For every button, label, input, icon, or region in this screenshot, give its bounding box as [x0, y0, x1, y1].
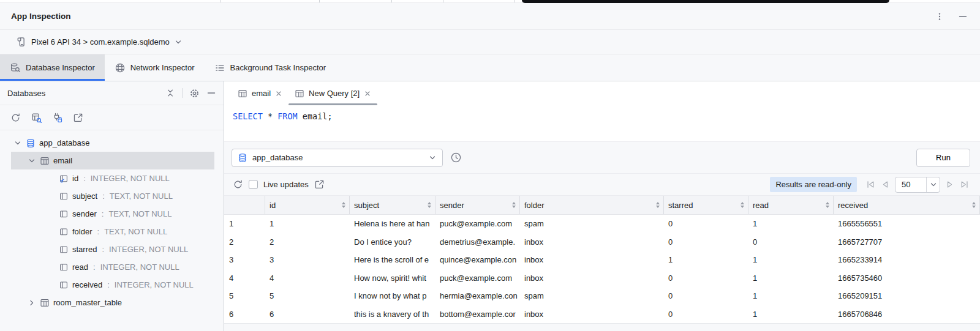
table-row[interactable]: 1 1 Helena is here at han puck@example.c…	[224, 215, 980, 233]
cell-folder[interactable]: inbox	[520, 310, 664, 319]
cell-read[interactable]: 1	[748, 255, 834, 264]
column-header-starred[interactable]: starred	[664, 196, 748, 214]
cell-folder[interactable]: inbox	[520, 255, 664, 264]
sort-icon[interactable]	[428, 202, 431, 208]
cell-starred[interactable]: 0	[664, 310, 748, 319]
cell-sender[interactable]: bottom@example.cor	[435, 310, 520, 319]
column-header-read[interactable]: read	[748, 196, 834, 214]
live-updates-checkbox[interactable]	[249, 180, 258, 189]
device-process-selector[interactable]: Pixel 6 API 34 > com.example.sqldemo	[0, 30, 980, 54]
last-page-icon[interactable]	[959, 179, 970, 190]
cell-starred[interactable]: 1	[664, 255, 748, 264]
refresh-icon[interactable]	[233, 179, 243, 190]
column-header-received[interactable]: received	[834, 196, 980, 214]
cell-read[interactable]: 1	[748, 273, 834, 283]
tree-node-email-table[interactable]: email	[11, 152, 214, 169]
cell-received[interactable]: 1665727707	[834, 237, 980, 247]
cell-id[interactable]: 5	[265, 291, 350, 300]
cell-subject[interactable]: Do I entice you?	[350, 237, 435, 247]
cell-sender[interactable]: puck@example.com	[435, 273, 520, 283]
tab-background-task-inspector[interactable]: Background Task Inspector	[205, 54, 336, 81]
cell-subject[interactable]: How now, spirit! whit	[350, 273, 435, 283]
table-row[interactable]: 4 4 How now, spirit! whit puck@example.c…	[224, 269, 980, 288]
cell-starred[interactable]: 0	[664, 273, 748, 283]
cell-read[interactable]: 0	[748, 237, 834, 247]
database-selector-dropdown[interactable]: app_database	[232, 149, 443, 167]
sort-icon[interactable]	[656, 202, 660, 208]
sort-icon[interactable]	[342, 202, 345, 208]
cell-received[interactable]: 1665209151	[834, 291, 980, 300]
chevron-right-icon[interactable]	[28, 299, 36, 307]
sort-icon[interactable]	[826, 202, 829, 208]
cell-sender[interactable]: hermia@example.con	[435, 291, 520, 300]
cell-id[interactable]: 1	[265, 219, 350, 228]
table-row[interactable]: 2 2 Do I entice you? demetrius@example. …	[224, 233, 980, 251]
sort-icon[interactable]	[512, 202, 516, 208]
tab-network-inspector[interactable]: Network Inspector	[105, 54, 205, 81]
cell-read[interactable]: 1	[748, 310, 834, 319]
first-page-icon[interactable]	[865, 179, 876, 190]
tree-node-room-master-table[interactable]: room_master_table	[0, 294, 224, 311]
cell-id[interactable]: 6	[265, 310, 350, 319]
tab-email-table[interactable]: email	[232, 81, 288, 105]
tree-node-column[interactable]: id : INTEGER, NOT NULL	[0, 169, 224, 187]
keep-connection-lock-icon[interactable]	[52, 113, 62, 123]
tree-node-column[interactable]: folder : TEXT, NOT NULL	[0, 223, 224, 240]
next-page-icon[interactable]	[944, 179, 955, 190]
cell-received[interactable]: 1665233914	[834, 255, 980, 264]
cell-folder[interactable]: spam	[520, 219, 664, 228]
cell-sender[interactable]: demetrius@example.	[435, 237, 520, 247]
column-header-subject[interactable]: subject	[350, 196, 435, 214]
gear-icon[interactable]	[189, 88, 200, 99]
cell-id[interactable]: 2	[265, 237, 350, 247]
table-row[interactable]: 5 5 I know not by what p hermia@example.…	[224, 287, 980, 305]
refresh-icon[interactable]	[10, 113, 21, 123]
cell-folder[interactable]: spam	[520, 291, 664, 300]
column-header-folder[interactable]: folder	[520, 196, 664, 214]
chevron-down-icon[interactable]	[28, 157, 36, 165]
cell-subject[interactable]: I know not by what p	[350, 291, 435, 300]
collapse-all-icon[interactable]	[165, 88, 175, 98]
tree-node-app-database[interactable]: app_database	[0, 134, 224, 152]
cell-received[interactable]: 1665735460	[834, 273, 980, 283]
sort-icon[interactable]	[972, 202, 976, 208]
table-search-icon[interactable]	[31, 113, 42, 123]
chevron-down-icon[interactable]	[13, 139, 22, 147]
cell-starred[interactable]: 0	[664, 219, 748, 228]
hide-panel-icon[interactable]	[206, 88, 216, 98]
table-row[interactable]: 6 6 this is a knavery of th bottom@examp…	[224, 305, 980, 324]
tree-node-column[interactable]: subject : TEXT, NOT NULL	[0, 187, 224, 205]
tab-database-inspector[interactable]: Database Inspector	[0, 54, 105, 81]
hide-icon[interactable]	[958, 12, 968, 21]
close-icon[interactable]	[275, 90, 282, 97]
cell-starred[interactable]: 0	[664, 291, 748, 300]
cell-received[interactable]: 1665556551	[834, 219, 980, 228]
horizontal-scrollbar[interactable]	[224, 323, 980, 331]
cell-sender[interactable]: puck@example.com	[435, 219, 520, 228]
run-button[interactable]: Run	[916, 149, 970, 167]
cell-read[interactable]: 1	[748, 219, 834, 228]
cell-received[interactable]: 1665706846	[834, 310, 980, 319]
export-icon[interactable]	[314, 179, 325, 190]
close-icon[interactable]	[364, 90, 371, 97]
cell-read[interactable]: 1	[748, 291, 834, 300]
cell-id[interactable]: 3	[265, 255, 350, 264]
kebab-menu-icon[interactable]	[935, 12, 944, 21]
cell-subject[interactable]: Helena is here at han	[350, 219, 435, 228]
sort-icon[interactable]	[741, 202, 744, 208]
tree-node-column[interactable]: starred : INTEGER, NOT NULL	[0, 240, 224, 258]
prev-page-icon[interactable]	[880, 179, 891, 190]
sql-editor[interactable]: SELECT * FROM email;	[224, 105, 980, 142]
tree-node-column[interactable]: received : INTEGER, NOT NULL	[0, 276, 224, 294]
column-header-sender[interactable]: sender	[435, 196, 520, 214]
cell-subject[interactable]: Here is the scroll of e	[350, 255, 435, 264]
export-icon[interactable]	[73, 113, 83, 123]
cell-subject[interactable]: this is a knavery of th	[350, 310, 435, 319]
query-history-clock-icon[interactable]	[450, 152, 462, 163]
tree-node-column[interactable]: read : INTEGER, NOT NULL	[0, 258, 224, 276]
column-header-id[interactable]: id	[265, 196, 350, 214]
cell-starred[interactable]: 0	[664, 237, 748, 247]
cell-id[interactable]: 4	[265, 273, 350, 283]
cell-folder[interactable]: inbox	[520, 237, 664, 247]
cell-sender[interactable]: quince@example.con	[435, 255, 520, 264]
